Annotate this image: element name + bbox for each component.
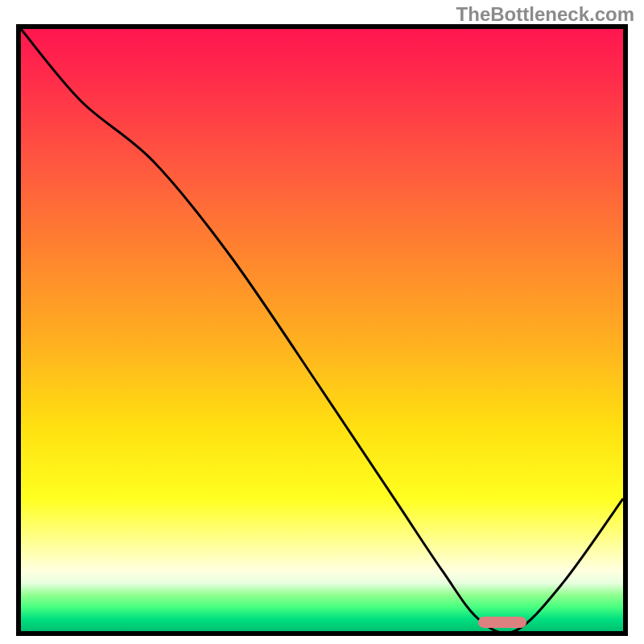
optimal-range-marker xyxy=(478,617,526,628)
bottleneck-curve xyxy=(21,29,623,631)
watermark: TheBottleneck.com xyxy=(456,3,634,26)
chart-area xyxy=(16,24,628,636)
